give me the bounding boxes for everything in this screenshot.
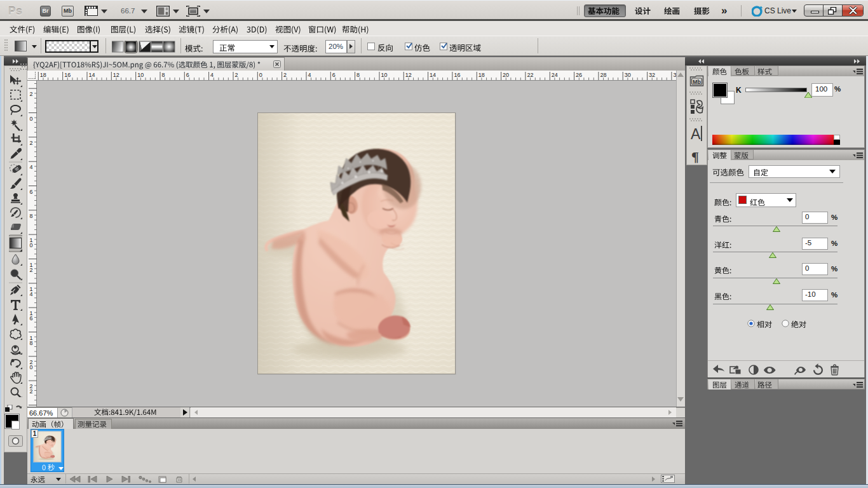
svg-text:18: 18 bbox=[40, 72, 46, 78]
svg-text:12: 12 bbox=[113, 72, 119, 78]
svg-text:8: 8 bbox=[162, 72, 165, 78]
svg-text:A: A bbox=[691, 126, 701, 142]
svg-text:26: 26 bbox=[576, 72, 582, 78]
svg-text:20: 20 bbox=[503, 72, 509, 78]
svg-text:12: 12 bbox=[405, 72, 412, 78]
svg-text:32: 32 bbox=[649, 72, 655, 78]
svg-text:28: 28 bbox=[600, 72, 606, 78]
svg-text:16: 16 bbox=[64, 72, 71, 78]
svg-text:¶: ¶ bbox=[691, 149, 699, 164]
svg-text:2: 2 bbox=[30, 140, 33, 146]
svg-text:0: 0 bbox=[259, 72, 262, 78]
svg-text:14: 14 bbox=[430, 72, 436, 78]
svg-text:6: 6 bbox=[186, 72, 189, 78]
svg-text:4: 4 bbox=[30, 164, 33, 170]
svg-text:14: 14 bbox=[89, 72, 95, 78]
svg-text:6: 6 bbox=[30, 315, 33, 322]
svg-text:10: 10 bbox=[137, 72, 144, 78]
svg-text:18: 18 bbox=[478, 72, 485, 78]
svg-text:30: 30 bbox=[625, 72, 631, 78]
svg-text:24: 24 bbox=[552, 72, 558, 78]
svg-text:8: 8 bbox=[30, 213, 33, 219]
svg-text:8: 8 bbox=[30, 340, 33, 346]
svg-text:2: 2 bbox=[235, 72, 238, 78]
svg-text:4: 4 bbox=[308, 72, 311, 78]
svg-text:0: 0 bbox=[30, 364, 33, 370]
svg-text:2: 2 bbox=[30, 388, 33, 395]
svg-text:6: 6 bbox=[332, 72, 336, 78]
svg-text:0: 0 bbox=[30, 242, 33, 248]
svg-text:4: 4 bbox=[210, 72, 214, 78]
svg-text:22: 22 bbox=[527, 72, 533, 78]
svg-text:10: 10 bbox=[381, 72, 388, 78]
svg-text:2: 2 bbox=[283, 72, 287, 78]
svg-text:0: 0 bbox=[30, 116, 33, 122]
svg-text:8: 8 bbox=[356, 72, 360, 78]
svg-text:4: 4 bbox=[30, 291, 33, 297]
svg-text:2: 2 bbox=[30, 91, 33, 97]
svg-text:2: 2 bbox=[30, 267, 33, 273]
svg-text:16: 16 bbox=[454, 72, 460, 78]
svg-text:6: 6 bbox=[30, 189, 33, 195]
svg-text:Mb: Mb bbox=[693, 79, 701, 85]
